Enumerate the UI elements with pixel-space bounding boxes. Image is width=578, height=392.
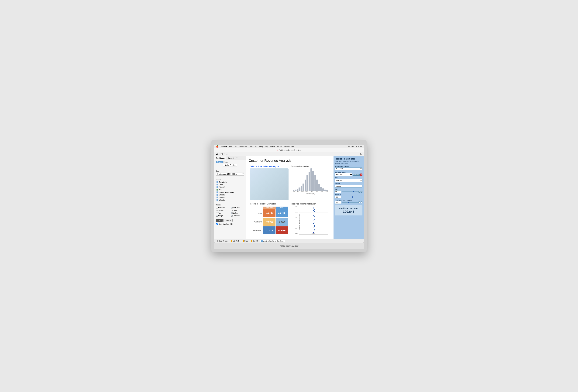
tab-layout[interactable]: Layout xyxy=(227,156,235,160)
sheet-income[interactable]: Income to Revenue ... xyxy=(216,191,244,194)
label-age: Age xyxy=(335,188,362,190)
map-container[interactable]: United States © 2021 Mapbox © OpenStreet… xyxy=(250,169,289,200)
obj-extension[interactable]: Extension xyxy=(230,215,245,217)
customer-status-row: EXISTING EXISTING ✕ xyxy=(335,173,362,176)
sheet-map[interactable]: Map xyxy=(216,188,244,191)
dashboard-main: Select a State to Focus Analysis xyxy=(246,164,334,239)
scatter-dot-12 xyxy=(314,222,314,223)
btab-sheet3[interactable]: Sheet 3 xyxy=(249,240,260,242)
customer-status-badge: EXISTING xyxy=(353,174,360,175)
obj-image[interactable]: Image xyxy=(216,215,230,217)
sheet-sheet6[interactable]: Sheet 6 xyxy=(216,194,244,196)
age-arrow-right[interactable]: ▶ xyxy=(361,191,362,193)
btab-label-datasource: Data Source xyxy=(219,240,228,242)
toolbar-separator2: | xyxy=(228,153,228,155)
size-select[interactable]: Custom size (1400 × 800) ▾ xyxy=(216,173,244,175)
tab-close[interactable]: ✕ xyxy=(277,149,278,151)
toolbar-undo[interactable]: ↩ xyxy=(223,153,225,155)
screen-wrapper: 🍎 Tableau File Data Worksheet Dashboard … xyxy=(211,140,367,252)
phone-label: Phone xyxy=(224,161,228,163)
obj-vertical[interactable]: Vertical xyxy=(216,209,230,212)
obj-blank[interactable]: Blank xyxy=(230,209,245,212)
sheet-tablecalc[interactable]: TableCalc xyxy=(216,181,244,183)
toolbar-save[interactable]: 💾 xyxy=(221,153,223,155)
show-title-label: Show dashboard title xyxy=(219,223,233,225)
obj-webpage[interactable]: Web Page xyxy=(230,206,245,209)
select-state[interactable]: California xyxy=(335,179,362,182)
btab-label-sheet3: Sheet 3 xyxy=(253,240,258,242)
toolbar-redo[interactable]: ↪ xyxy=(225,153,227,155)
obj-text[interactable]: A Text xyxy=(216,212,230,214)
btab-prep[interactable]: Prep xyxy=(241,240,249,242)
hist-bar-8 xyxy=(306,175,308,191)
time-arrow-right[interactable]: ▶ xyxy=(361,202,362,203)
select-gender[interactable]: Female xyxy=(335,185,362,187)
scatter-plot-area: Florida xyxy=(299,207,328,235)
time-slider[interactable] xyxy=(342,202,358,203)
customer-status-close[interactable]: ✕ xyxy=(360,174,362,176)
sheet-sheet3[interactable]: Sheet 3 xyxy=(216,186,244,188)
select-acquisition[interactable]: Social Network xyxy=(335,168,362,170)
device-preview-btn[interactable]: Device Preview xyxy=(223,164,237,167)
dist-line-4 xyxy=(303,223,325,223)
age-arrow-left[interactable]: ◀ xyxy=(358,191,360,193)
size-section: Size Custom size (1400 × 800) ▾ xyxy=(214,168,246,176)
revenue-input[interactable] xyxy=(335,196,341,198)
time-input[interactable] xyxy=(335,201,341,204)
btab-dot-prep xyxy=(243,240,244,242)
menu-window[interactable]: Window xyxy=(284,146,290,147)
tiled-btn[interactable]: Tiled xyxy=(216,219,223,222)
pred-title: Prediction Simulator xyxy=(335,158,362,160)
btab-dot-datasource xyxy=(217,240,218,242)
histogram-container: 250 400 600 800 1000 1200 1400 1600 Reve… xyxy=(291,169,330,197)
revenue-slider[interactable] xyxy=(342,197,362,197)
image-caption: Image from: Tableau xyxy=(214,243,364,249)
obj-button-icon xyxy=(231,212,233,214)
heatmap-row-mobile: Mobile -0.0244 0.0211 xyxy=(250,209,288,217)
menu-story[interactable]: Story xyxy=(259,146,263,147)
menu-help[interactable]: Help xyxy=(291,146,295,147)
hist-bar-15 xyxy=(320,187,322,191)
menu-format[interactable]: Format xyxy=(270,146,275,147)
btab-einstein[interactable]: Einstein Prediction Dashbo... xyxy=(260,240,285,242)
time-arrow-left[interactable]: ◀ xyxy=(358,202,360,203)
hist-bar-5 xyxy=(301,186,302,191)
sidebar: Dashboard Layout ✕ Default Phone Device … xyxy=(214,156,246,239)
menu-map[interactable]: Map xyxy=(265,146,268,147)
time-arrows: ◀ ▶ xyxy=(358,202,362,203)
label-customer-status: Customer Status xyxy=(335,171,362,173)
menu-file[interactable]: File xyxy=(229,146,232,147)
obj-button[interactable]: Button xyxy=(230,212,245,214)
toolbar-forward[interactable]: ▶ xyxy=(217,153,219,155)
menu-dashboard[interactable]: Dashboard xyxy=(249,146,257,147)
histogram-bars xyxy=(291,169,330,191)
toolbar-back[interactable]: ◀ xyxy=(216,153,217,155)
time-display: Thu 10:05 PM xyxy=(351,146,362,147)
floating-btn[interactable]: Floating xyxy=(223,219,233,222)
btab-datasource[interactable]: Data Source xyxy=(216,240,229,242)
menu-worksheet[interactable]: Worksheet xyxy=(239,146,247,147)
row-label-paidsearch: Paid Search xyxy=(250,221,263,223)
obj-image-icon xyxy=(216,215,218,217)
y-110k: 110K xyxy=(294,217,298,218)
age-slider[interactable] xyxy=(342,191,358,192)
label-state: State xyxy=(335,177,362,179)
menu-data[interactable]: Data xyxy=(234,146,237,147)
sheet-sheet7[interactable]: Sheet 7 xyxy=(216,199,244,201)
scatter-dot-5 xyxy=(314,212,314,213)
predicted-section: Predicted Income Distribution 130K 120K … xyxy=(290,202,331,239)
toolbar-show[interactable]: Sho xyxy=(360,153,362,155)
tab-dashboard[interactable]: Dashboard xyxy=(214,156,227,160)
btab-tablecalc[interactable]: TableCalc xyxy=(229,240,241,242)
sheet-prep[interactable]: Prep xyxy=(216,183,244,186)
age-input[interactable] xyxy=(335,190,341,193)
sheet-sheet8[interactable]: Sheet 8 xyxy=(216,196,244,199)
sidebar-close[interactable]: ✕ xyxy=(236,156,238,160)
show-title-checkbox[interactable] xyxy=(216,223,218,225)
select-customer-status[interactable]: EXISTING xyxy=(335,173,352,176)
menu-server[interactable]: Server xyxy=(277,146,282,147)
obj-horizontal[interactable]: Horizontal xyxy=(216,206,230,209)
obj-text-icon: A xyxy=(216,212,218,214)
sheet-icon-sheet3 xyxy=(217,186,218,188)
y-90k: 90K xyxy=(295,228,298,229)
